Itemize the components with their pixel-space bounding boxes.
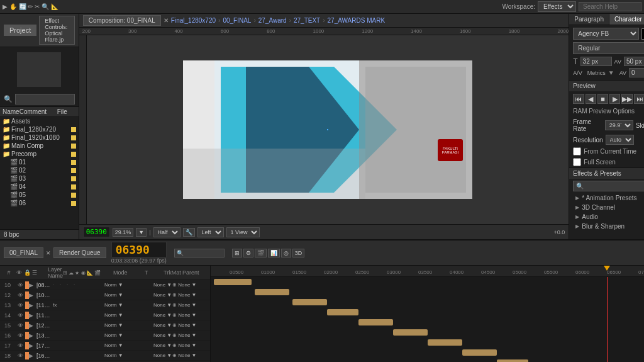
breadcrumb-item[interactable]: 27_Award <box>258 17 287 24</box>
tl-btn-settings[interactable]: ⚙ <box>243 249 253 257</box>
prev-forward-btn[interactable]: ▶▶ <box>621 94 633 104</box>
layer-row[interactable]: 15 👁 ▶ [12_Pro... Transition] Norm ▼ Non… <box>0 320 210 331</box>
font-color-box[interactable] <box>641 28 644 40</box>
breadcrumb-item[interactable]: 27_TEXT <box>294 17 320 24</box>
quality-select[interactable]: Half <box>153 227 180 237</box>
project-search-area: 🔍 <box>0 92 79 107</box>
layer-row[interactable]: 10 👁 ▶ [08_Financial Team] · · · · Norm … <box>0 280 210 290</box>
list-item[interactable]: 🎬 04 <box>0 183 79 191</box>
av-label: A/V <box>573 70 582 76</box>
tl-btn-graph[interactable]: 📊 <box>268 249 280 257</box>
breadcrumb-item[interactable]: 00_FINAL <box>223 17 251 24</box>
framerate-select[interactable]: 29.97 <box>605 120 633 130</box>
track-bar[interactable] <box>292 299 327 305</box>
list-item[interactable]: 🎬 06 <box>0 199 79 207</box>
effects-search-input[interactable] <box>573 181 644 191</box>
preview-controls: ⏮ ◀ ■ ▶ ▶▶ ⏭ 🔊 ⟳ <box>569 91 644 106</box>
font-family-select[interactable]: Agency FB <box>573 28 639 40</box>
list-item[interactable]: 📁 Main Comp <box>0 142 79 150</box>
comp-tab[interactable]: Composition: 00_FINAL <box>83 15 161 26</box>
prev-last-btn[interactable]: ⏭ <box>634 94 644 104</box>
track-bar[interactable] <box>428 339 462 346</box>
list-item[interactable]: 🎬 05 <box>0 191 79 199</box>
font-size-input[interactable] <box>580 57 612 66</box>
prev-play-btn[interactable]: ▶ <box>609 94 620 104</box>
layer-row[interactable]: 12 👁 ▶ [10_His... Transition] Norm ▼ Non… <box>0 290 210 300</box>
effect-label: Audio <box>582 213 598 220</box>
project-search-input[interactable] <box>15 94 75 105</box>
view-count-select[interactable]: 1 View <box>226 227 260 237</box>
timeline-tools <box>172 246 227 260</box>
effect-blur-sharpen[interactable]: ▶ Blur & Sharpen <box>569 222 644 231</box>
tl-btn-motion-blur[interactable]: ◎ <box>281 249 291 257</box>
track-bar[interactable] <box>327 309 358 315</box>
list-item[interactable]: 📁 Precomp <box>0 150 79 158</box>
comp-viewer[interactable]: FAKULTIFARMASI <box>87 35 569 224</box>
track-bar[interactable] <box>255 289 289 295</box>
font-size-icon: T <box>573 57 577 66</box>
resolution-btn[interactable]: 🔧 <box>183 228 195 237</box>
track-bar[interactable] <box>462 349 497 356</box>
effect-animation-presets[interactable]: ▶ * Animation Presets <box>569 193 644 203</box>
prev-first-btn[interactable]: ⏮ <box>573 94 584 104</box>
folder-icon: 📁 <box>3 134 10 141</box>
breadcrumb-item[interactable]: 27_AWARDS MARK <box>328 17 386 24</box>
search-input[interactable] <box>579 2 641 11</box>
tab-paragraph[interactable]: Paragraph <box>569 14 609 25</box>
arrow-icon: ▶ <box>575 214 579 220</box>
timeline-close-icon[interactable]: ✕ <box>46 250 51 256</box>
tl-btn-3d[interactable]: 3D <box>292 249 305 257</box>
timeline-tracks[interactable]: 00500 01000 01500 02000 02500 03000 0350… <box>211 266 644 362</box>
workspace-area: Workspace: Effects <box>502 1 641 12</box>
track-bar[interactable] <box>497 359 528 362</box>
list-item[interactable]: 🎬 01 <box>0 158 79 166</box>
tab-project[interactable]: Project <box>4 25 36 36</box>
tl-btn-new-comp[interactable]: ⊞ <box>232 249 242 257</box>
track-bar[interactable] <box>393 329 428 336</box>
tl-btn-render[interactable]: 🎬 <box>255 249 267 257</box>
viewer-timecode[interactable]: 06390 <box>83 227 110 237</box>
layer-row[interactable]: 13 👁 ▶ [11_His... Transition] fx Norm ▼ … <box>0 300 210 310</box>
breadcrumb-item[interactable]: Final_1280x720 <box>171 17 216 24</box>
layer-row[interactable]: 16 👁 ▶ [13_Pro... Transition] Norm ▼ Non… <box>0 331 210 341</box>
search-icon: 🔍 <box>4 95 13 103</box>
track-bar[interactable] <box>214 279 252 285</box>
workspace-select[interactable]: Effects <box>538 1 576 12</box>
tab-character[interactable]: Character <box>609 14 644 25</box>
font-style-select[interactable]: Regular <box>573 42 644 54</box>
comp-close-icon[interactable]: ✕ <box>164 17 169 24</box>
list-item[interactable]: 🎬 03 <box>0 174 79 183</box>
prev-stop-btn[interactable]: ■ <box>597 94 608 104</box>
folder-icon: 📁 <box>3 126 10 133</box>
layer-row[interactable]: 14 👁 ▶ [11_History 1] Norm ▼ None ▼ ⊕ No… <box>0 310 210 320</box>
timeline-tab-queue[interactable]: Render Queue <box>53 247 106 258</box>
effects-title: Effects & Presets <box>573 170 621 177</box>
resolution-select[interactable]: Auto <box>606 135 634 145</box>
effect-audio[interactable]: ▶ Audio <box>569 212 644 222</box>
track-bar[interactable] <box>358 319 393 325</box>
timeline-timecode[interactable]: 06390 <box>111 242 167 257</box>
from-current-checkbox[interactable] <box>573 147 581 156</box>
view-select[interactable]: Left <box>197 227 224 237</box>
timeline-search[interactable] <box>174 249 225 257</box>
effect-3d-channel[interactable]: ▶ 3D Channel <box>569 203 644 212</box>
resolution-row: Resolution Auto <box>569 133 644 146</box>
list-item[interactable]: 📁 Final_1920x1080 <box>0 133 79 142</box>
list-item[interactable]: 📁 Final_1280x720 <box>0 125 79 133</box>
prev-back-btn[interactable]: ◀ <box>586 94 596 104</box>
quality-btn[interactable]: ▼ <box>136 228 147 237</box>
list-item[interactable]: 🎬 02 <box>0 166 79 174</box>
full-screen-checkbox[interactable] <box>573 158 581 166</box>
metrics-dropdown-icon[interactable]: ▼ <box>608 69 614 76</box>
layer-fx: fx <box>53 302 103 308</box>
layer-row[interactable]: 17 👁 ▶ [17_Pro... Transition] Norm ▼ Non… <box>0 341 210 351</box>
tab-effect-controls[interactable]: Effect Controls: Optical Flare.jp <box>39 16 74 45</box>
left-panel: Project Effect Controls: Optical Flare.j… <box>0 14 79 239</box>
list-item[interactable]: 📁 Assets <box>0 117 79 125</box>
zoom-btn[interactable]: 29.1% <box>113 228 134 237</box>
tracking-input[interactable] <box>629 68 644 77</box>
layer-row[interactable]: 18 👁 ▶ [16_Pro... Transition] Norm ▼ Non… <box>0 351 210 361</box>
timeline-tab-comp[interactable]: 00_FINAL <box>4 247 43 258</box>
ram-preview-option[interactable]: RAM Preview Options <box>573 108 644 115</box>
kerning-input[interactable] <box>624 57 644 66</box>
